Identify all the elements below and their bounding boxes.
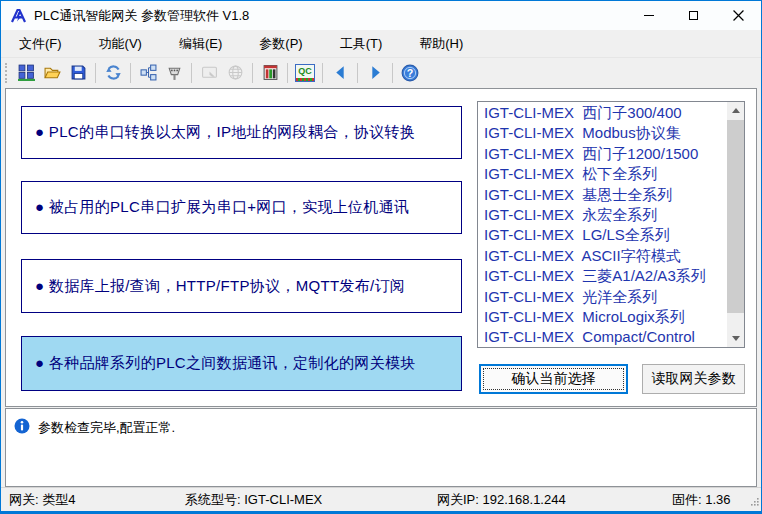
network-connect-icon: [18, 64, 35, 81]
window-title: PLC通讯智能网关 参数管理软件 V1.8: [34, 7, 249, 25]
title-bar: PLC通讯智能网关 参数管理软件 V1.8: [1, 1, 761, 30]
topology-icon: [140, 64, 157, 81]
toolbar-separator: [392, 63, 393, 83]
globe-icon: [227, 64, 244, 81]
serial-port-icon: [166, 64, 183, 81]
read-gateway-params-button[interactable]: 读取网关参数: [642, 364, 745, 394]
menu-help[interactable]: 帮助(H): [407, 31, 475, 57]
maximize-button[interactable]: [671, 1, 716, 30]
toolbar-separator: [252, 63, 253, 83]
feature-text: ● 数据库上报/查询，HTTP/FTP协议，MQTT发布/订阅: [35, 277, 405, 296]
confirm-selection-button[interactable]: 确认当前选择: [479, 364, 628, 394]
toolbar-grip[interactable]: [5, 63, 9, 83]
feature-port-expansion[interactable]: ● 被占用的PLC串口扩展为串口+网口，实现上位机通讯: [21, 181, 462, 234]
close-button[interactable]: [716, 1, 761, 30]
status-bar: 网关: 类型4 系统型号: IGT-CLI-MEX 网关IP: 192.168.…: [1, 487, 761, 511]
remote-screen-button: [197, 61, 221, 85]
feature-database-mqtt[interactable]: ● 数据库上报/查询，HTTP/FTP协议，MQTT发布/订阅: [21, 259, 462, 313]
list-item[interactable]: IGT-CLI-MEX 基恩士全系列: [478, 185, 727, 205]
scrollbar-thumb[interactable]: [727, 120, 744, 313]
refresh-button[interactable]: [101, 61, 125, 85]
feature-serial-to-ethernet[interactable]: ● PLC的串口转换以太网，IP地址的网段耦合，协议转换: [21, 106, 462, 159]
statusbar-gateway: 网关: 类型4: [9, 488, 75, 512]
menu-tools[interactable]: 工具(T): [328, 31, 395, 57]
list-item[interactable]: IGT-CLI-MEX 光洋全系列: [478, 287, 727, 307]
qc-button[interactable]: QC: [293, 61, 317, 85]
network-globe-button: [223, 61, 247, 85]
menu-function[interactable]: 功能(V): [87, 31, 154, 57]
info-icon: [14, 418, 30, 438]
menu-parameter[interactable]: 参数(P): [247, 31, 314, 57]
toolbar-separator: [287, 63, 288, 83]
feature-plc-to-plc-selected[interactable]: ● 各种品牌系列的PLC之间数据通讯，定制化的网关模块: [21, 336, 462, 391]
toolbar-separator: [357, 63, 358, 83]
scroll-down-icon[interactable]: [727, 330, 744, 347]
list-item[interactable]: IGT-CLI-MEX Compact/Control: [478, 327, 727, 347]
topology-button[interactable]: [136, 61, 160, 85]
back-button[interactable]: [328, 61, 352, 85]
forward-button[interactable]: [363, 61, 387, 85]
feature-text: ● 被占用的PLC串口扩展为串口+网口，实现上位机通讯: [35, 198, 409, 217]
serial-port-button[interactable]: [162, 61, 186, 85]
close-icon: [733, 10, 744, 21]
module-button[interactable]: [258, 61, 282, 85]
list-item[interactable]: IGT-CLI-MEX 西门子300/400: [478, 103, 727, 123]
feature-text: ● 各种品牌系列的PLC之间数据通讯，定制化的网关模块: [35, 354, 416, 373]
maximize-icon: [689, 11, 698, 20]
minimize-button[interactable]: [626, 1, 671, 30]
list-item[interactable]: IGT-CLI-MEX 三菱A1/A2/A3系列: [478, 266, 727, 286]
menu-edit[interactable]: 编辑(E): [167, 31, 234, 57]
statusbar-firmware: 固件: 1.36: [672, 488, 731, 512]
toolbar: QC ?: [1, 57, 761, 87]
help-button[interactable]: ?: [398, 61, 422, 85]
list-item[interactable]: IGT-CLI-MEX ASCII字符模式: [478, 246, 727, 266]
resize-grip-icon[interactable]: [750, 494, 759, 509]
feature-text: ● PLC的串口转换以太网，IP地址的网段耦合，协议转换: [35, 123, 415, 142]
remote-screen-icon: [201, 64, 218, 81]
app-window: PLC通讯智能网关 参数管理软件 V1.8 文件(F) 功能(V) 编辑(E) …: [0, 0, 762, 514]
open-file-button[interactable]: [40, 61, 64, 85]
save-floppy-icon: [70, 64, 87, 81]
list-item[interactable]: IGT-CLI-MEX 西门子1200/1500: [478, 144, 727, 164]
menu-file[interactable]: 文件(F): [7, 31, 74, 57]
refresh-icon: [105, 64, 122, 81]
back-arrow-icon: [332, 64, 349, 81]
toolbar-separator: [322, 63, 323, 83]
open-folder-icon: [44, 64, 61, 81]
app-logo-icon: [10, 8, 27, 24]
menu-bar: 文件(F) 功能(V) 编辑(E) 参数(P) 工具(T) 帮助(H): [1, 30, 761, 57]
network-connect-button[interactable]: [14, 61, 38, 85]
toolbar-separator: [191, 63, 192, 83]
minimize-icon: [644, 15, 654, 16]
list-item[interactable]: IGT-CLI-MEX LG/LS全系列: [478, 225, 727, 245]
status-message: 参数检查完毕,配置正常.: [38, 419, 175, 437]
toolbar-separator: [130, 63, 131, 83]
list-item[interactable]: IGT-CLI-MEX 松下全系列: [478, 164, 727, 184]
main-panel: ● PLC的串口转换以太网，IP地址的网段耦合，协议转换 ● 被占用的PLC串口…: [5, 88, 757, 407]
statusbar-model: 系统型号: IGT-CLI-MEX: [185, 488, 322, 512]
qc-icon: QC: [295, 64, 315, 82]
forward-arrow-icon: [367, 64, 384, 81]
help-icon: ?: [401, 64, 419, 82]
gateway-model-listbox: IGT-CLI-MEX 西门子300/400 IGT-CLI-MEX Modbu…: [477, 101, 745, 348]
save-button[interactable]: [66, 61, 90, 85]
toolbar-separator: [95, 63, 96, 83]
list-item[interactable]: IGT-CLI-MEX MicroLogix系列: [478, 307, 727, 327]
scroll-up-icon[interactable]: [727, 102, 744, 119]
svg-text:?: ?: [407, 66, 414, 78]
message-panel: 参数检查完毕,配置正常.: [5, 408, 757, 487]
list-scrollbar[interactable]: [727, 102, 744, 347]
list-item[interactable]: IGT-CLI-MEX 永宏全系列: [478, 205, 727, 225]
module-icon: [262, 64, 279, 81]
list-item[interactable]: IGT-CLI-MEX Modbus协议集: [478, 123, 727, 143]
statusbar-ip: 网关IP: 192.168.1.244: [437, 488, 566, 512]
